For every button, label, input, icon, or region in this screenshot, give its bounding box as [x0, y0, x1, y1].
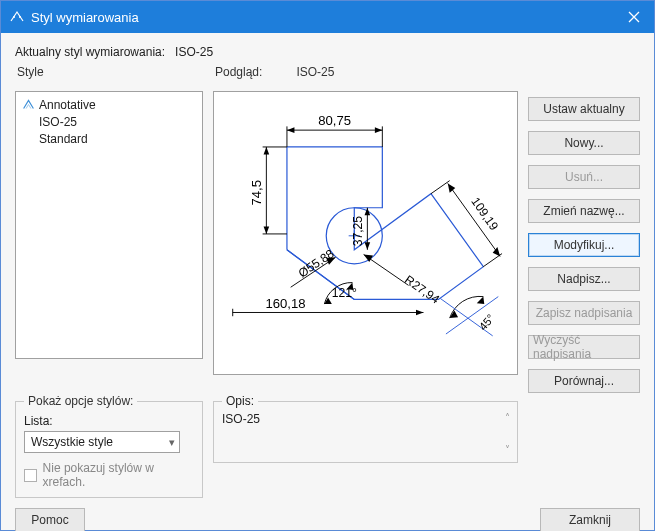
list-item[interactable]: Standard — [22, 130, 196, 147]
app-icon — [9, 9, 25, 25]
clear-overrides-button[interactable]: Wyczyść nadpisania — [528, 335, 640, 359]
styles-header: Style — [15, 65, 203, 83]
style-list[interactable]: Annotative ISO-25 Standard — [15, 91, 203, 359]
filter-combo-value: Wszystkie style — [31, 435, 113, 449]
dim-label: R27,94 — [402, 273, 442, 307]
hide-xref-label: Nie pokazuj stylów w xrefach. — [43, 461, 194, 489]
delete-button[interactable]: Usuń... — [528, 165, 640, 189]
dim-label: 121° — [332, 286, 357, 300]
compare-button[interactable]: Porównaj... — [528, 369, 640, 393]
preview-style-name: ISO-25 — [296, 65, 334, 79]
scroll-down-icon: ˅ — [501, 444, 513, 456]
current-style-label: Aktualny styl wymiarowania: — [15, 45, 165, 59]
dim-label: 109,19 — [468, 195, 501, 234]
dim-label: 37,25 — [351, 216, 365, 247]
list-item-label: Annotative — [39, 98, 96, 112]
filter-list-label: Lista: — [24, 414, 194, 428]
filter-group: Pokaż opcje stylów: Lista: Wszystkie sty… — [15, 401, 203, 498]
set-current-button[interactable]: Ustaw aktualny — [528, 97, 640, 121]
modify-button[interactable]: Modyfikuj... — [528, 233, 640, 257]
svg-marker-15 — [264, 147, 270, 154]
preview-drawing: 80,75 74,5 37,25 R27,94 — [214, 92, 517, 374]
filter-legend: Pokaż opcje stylów: — [24, 394, 137, 408]
dim-label: Ø55,88 — [296, 246, 337, 280]
dim-label: 74,5 — [249, 180, 264, 205]
hide-xref-checkbox[interactable] — [24, 469, 37, 482]
dim-label: 80,75 — [318, 113, 351, 128]
title-bar: Styl wymiarowania — [1, 1, 654, 33]
svg-marker-26 — [493, 247, 500, 256]
scroll-up-icon: ˄ — [501, 412, 513, 424]
close-button[interactable] — [614, 1, 654, 33]
list-item[interactable]: ISO-25 — [22, 113, 196, 130]
save-overrides-button[interactable]: Zapisz nadpisania — [528, 301, 640, 325]
description-legend: Opis: — [222, 394, 258, 408]
svg-point-0 — [13, 16, 15, 18]
close-dialog-button[interactable]: Zamknij — [540, 508, 640, 531]
annotative-icon — [22, 98, 35, 111]
description-scrollbar[interactable]: ˄ ˅ — [501, 412, 513, 456]
dim-label: 45° — [477, 312, 497, 333]
new-button[interactable]: Nowy... — [528, 131, 640, 155]
svg-marker-11 — [375, 127, 382, 133]
list-item[interactable]: Annotative — [22, 96, 196, 113]
close-icon — [628, 9, 640, 26]
description-group: Opis: ISO-25 ˄ ˅ — [213, 401, 518, 463]
window-title: Styl wymiarowania — [31, 10, 139, 25]
svg-marker-16 — [264, 226, 270, 233]
preview-header: Podgląd: — [215, 65, 262, 79]
current-style-value: ISO-25 — [175, 45, 213, 59]
svg-marker-25 — [448, 183, 455, 192]
svg-point-1 — [19, 16, 21, 18]
svg-marker-35 — [477, 297, 484, 304]
description-text: ISO-25 — [222, 412, 509, 426]
chevron-down-icon: ▾ — [169, 436, 175, 449]
button-column: Ustaw aktualny Nowy... Usuń... Zmień naz… — [528, 91, 640, 393]
dim-label: 160,18 — [265, 296, 305, 311]
svg-marker-31 — [416, 310, 423, 316]
svg-marker-10 — [287, 127, 294, 133]
list-item-label: ISO-25 — [22, 115, 77, 129]
help-button[interactable]: Pomoc — [15, 508, 85, 531]
rename-button[interactable]: Zmień nazwę... — [528, 199, 640, 223]
preview-box: 80,75 74,5 37,25 R27,94 — [213, 91, 518, 375]
filter-combo[interactable]: Wszystkie style ▾ — [24, 431, 180, 453]
svg-line-23 — [431, 181, 450, 194]
svg-marker-19 — [365, 242, 371, 249]
dialog-window: Styl wymiarowania Aktualny styl wymiarow… — [0, 0, 655, 531]
list-item-label: Standard — [22, 132, 88, 146]
override-button[interactable]: Nadpisz... — [528, 267, 640, 291]
